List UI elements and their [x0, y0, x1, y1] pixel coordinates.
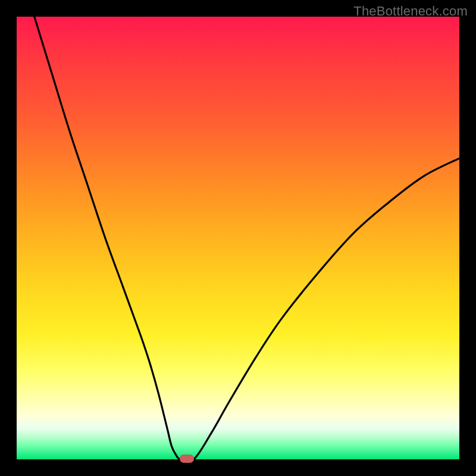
optimum-marker — [180, 455, 194, 463]
plot-area — [17, 17, 459, 459]
curve-path — [35, 17, 459, 462]
chart-frame: TheBottleneck.com — [0, 0, 476, 476]
bottleneck-curve — [17, 17, 459, 459]
